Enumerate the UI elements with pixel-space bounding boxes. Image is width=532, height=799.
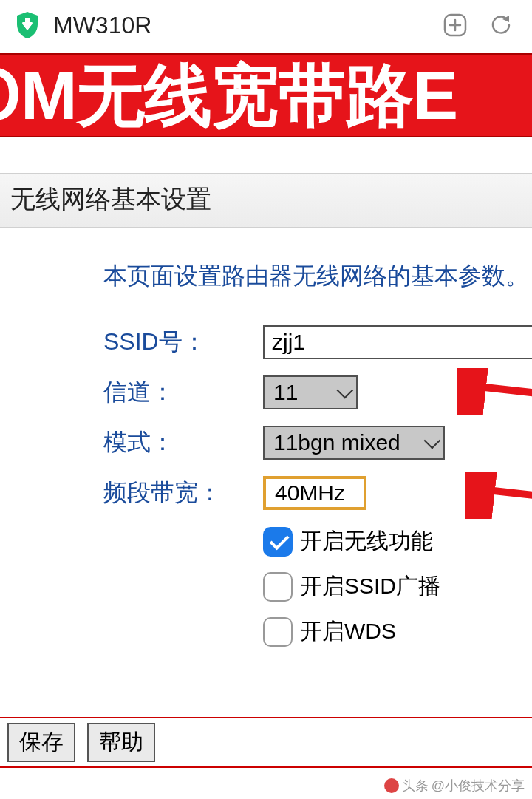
mode-select[interactable]: 11bgn mixed: [263, 426, 445, 460]
ssid-label: SSID号：: [103, 326, 263, 358]
bandwidth-label: 频段带宽：: [103, 477, 263, 509]
mode-row: 模式： 11bgn mixed: [103, 426, 525, 460]
bandwidth-value: 40MHz: [275, 480, 345, 506]
ssid-row: SSID号：: [103, 325, 525, 359]
chevron-down-icon: [337, 382, 354, 399]
channel-row: 信道： 11: [103, 375, 525, 409]
settings-form: 本页面设置路由器无线网络的基本参数。 SSID号： 信道： 11 模式： 11b…: [0, 228, 532, 676]
svg-line-12: [471, 386, 532, 401]
ssid-broadcast-checkbox[interactable]: [263, 572, 293, 602]
refresh-icon[interactable]: [485, 9, 517, 41]
channel-select[interactable]: 11: [263, 375, 358, 409]
button-bar: 保存 帮助: [0, 717, 532, 768]
watermark-text: @小俊技术分享: [432, 777, 525, 795]
bandwidth-row: 频段带宽： 40MHz: [103, 476, 525, 510]
wifi-enable-checkbox[interactable]: [263, 527, 293, 557]
channel-label: 信道：: [103, 376, 263, 409]
browser-bar: MW310R: [0, 0, 532, 53]
banner-text: ƆM无线宽带路E: [0, 60, 457, 132]
ssid-broadcast-row: 开启SSID广播: [263, 571, 525, 602]
ssid-broadcast-label: 开启SSID广播: [300, 571, 440, 602]
bandwidth-select[interactable]: 40MHz: [263, 476, 366, 510]
section-description: 本页面设置路由器无线网络的基本参数。: [103, 260, 525, 293]
shield-icon: [15, 11, 40, 39]
save-button[interactable]: 保存: [7, 723, 75, 762]
watermark: 头条 @小俊技术分享: [384, 777, 525, 795]
mode-value: 11bgn mixed: [273, 430, 400, 455]
svg-line-14: [480, 489, 532, 504]
help-button[interactable]: 帮助: [87, 723, 155, 762]
watermark-icon: [384, 778, 399, 793]
bookmark-add-icon[interactable]: [439, 9, 471, 41]
wifi-enable-row: 开启无线功能: [263, 526, 525, 557]
watermark-prefix: 头条: [402, 777, 429, 795]
router-banner: ƆM无线宽带路E: [0, 53, 532, 137]
page-title: MW310R: [53, 12, 426, 39]
chevron-down-icon: [424, 432, 441, 449]
channel-value: 11: [273, 380, 298, 405]
wifi-enable-label: 开启无线功能: [300, 526, 433, 557]
section-title: 无线网络基本设置: [10, 185, 211, 213]
section-header: 无线网络基本设置: [0, 173, 532, 228]
wds-label: 开启WDS: [300, 616, 396, 647]
wds-row: 开启WDS: [263, 616, 525, 647]
wds-checkbox[interactable]: [263, 617, 293, 647]
mode-label: 模式：: [103, 426, 263, 459]
ssid-input[interactable]: [263, 325, 532, 359]
